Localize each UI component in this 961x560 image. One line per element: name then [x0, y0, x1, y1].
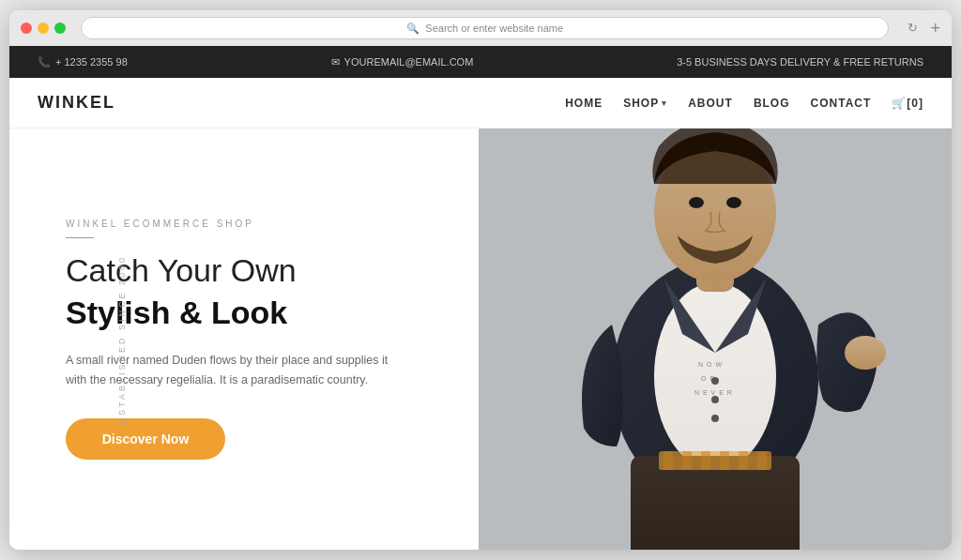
- delivery-info: 3-5 BUSINESS DAYS DELIVERY & FREE RETURN…: [677, 56, 923, 68]
- svg-point-11: [711, 377, 719, 385]
- svg-point-7: [726, 197, 741, 208]
- phone-info: 📞 + 1235 2355 98: [38, 56, 128, 68]
- hero-left-panel: ESTABLISHED SINCE 2000 WINKEL ECOMMERCE …: [9, 129, 479, 550]
- browser-window: 🔍 Search or enter website name ↻ + 📞 + 1…: [9, 10, 952, 550]
- nav-shop[interactable]: SHOP ▾: [623, 97, 667, 110]
- top-bar: 📞 + 1235 2355 98 ✉ YOUREMAIL@EMAIL.COM 3…: [9, 46, 952, 78]
- svg-point-3: [845, 336, 886, 370]
- nav-about[interactable]: ABOUT: [688, 97, 733, 110]
- search-icon: 🔍: [406, 23, 419, 35]
- hero-image: N O W O R N E V E R: [479, 129, 952, 550]
- hero-subtitle: WINKEL ECOMMERCE SHOP: [66, 219, 432, 238]
- traffic-lights: [21, 23, 66, 34]
- main-nav: HOME SHOP ▾ ABOUT BLOG CONTACT 🛒[0]: [565, 97, 923, 110]
- svg-point-13: [711, 415, 719, 422]
- model-illustration: N O W O R N E V E R: [537, 129, 893, 550]
- maximize-button[interactable]: [54, 23, 66, 34]
- svg-rect-17: [701, 451, 710, 470]
- refresh-button[interactable]: ↻: [908, 21, 923, 36]
- discover-now-button[interactable]: Discover Now: [66, 418, 225, 460]
- svg-point-12: [711, 396, 719, 403]
- browser-chrome: 🔍 Search or enter website name ↻ +: [9, 10, 952, 46]
- email-info: ✉ YOUREMAIL@EMAIL.COM: [331, 56, 474, 68]
- svg-rect-19: [739, 451, 748, 470]
- phone-icon: 📞: [38, 56, 51, 68]
- close-button[interactable]: [21, 23, 32, 34]
- svg-text:N E V E R: N E V E R: [694, 389, 733, 396]
- svg-rect-15: [664, 451, 673, 470]
- hero-right-panel: N O W O R N E V E R: [479, 129, 952, 550]
- svg-rect-18: [720, 451, 729, 470]
- new-tab-button[interactable]: +: [930, 19, 940, 38]
- svg-text:N O W: N O W: [698, 361, 723, 368]
- chevron-down-icon: ▾: [662, 98, 667, 108]
- nav-contact[interactable]: CONTACT: [811, 97, 872, 110]
- email-icon: ✉: [331, 56, 340, 68]
- svg-rect-20: [757, 451, 767, 470]
- vertical-established-text: ESTABLISHED SINCE 2000: [117, 255, 127, 424]
- svg-rect-16: [682, 451, 692, 470]
- svg-point-6: [689, 197, 704, 208]
- website-content: 📞 + 1235 2355 98 ✉ YOUREMAIL@EMAIL.COM 3…: [9, 46, 952, 550]
- address-bar-text: Search or enter website name: [425, 23, 563, 34]
- nav-home[interactable]: HOME: [565, 97, 603, 110]
- site-logo[interactable]: WINKEL: [38, 93, 115, 113]
- address-bar[interactable]: 🔍 Search or enter website name: [81, 17, 889, 39]
- minimize-button[interactable]: [38, 23, 49, 34]
- nav-blog[interactable]: BLOG: [754, 97, 790, 110]
- site-header: WINKEL HOME SHOP ▾ ABOUT BLOG CONTACT 🛒[…: [9, 78, 952, 129]
- svg-rect-14: [659, 451, 771, 470]
- nav-cart[interactable]: 🛒[0]: [892, 97, 923, 110]
- hero-section: ESTABLISHED SINCE 2000 WINKEL ECOMMERCE …: [9, 129, 952, 550]
